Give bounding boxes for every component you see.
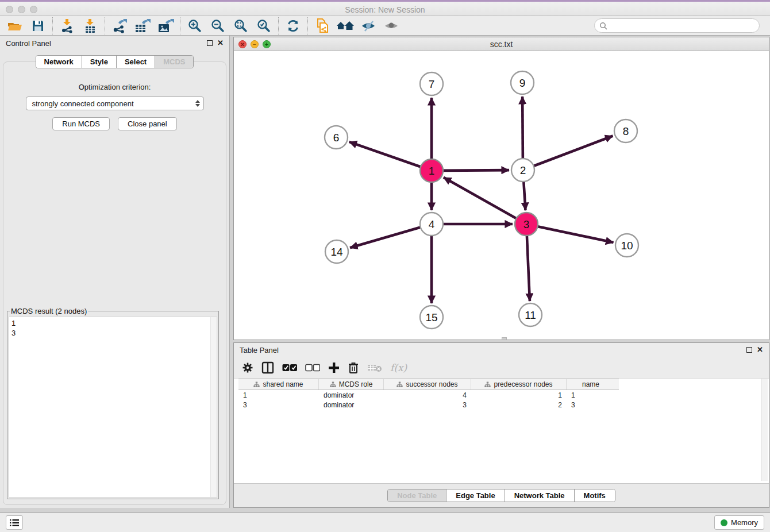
svg-text:8: 8 bbox=[623, 125, 629, 137]
column-header-mcds-role[interactable]: MCDS role bbox=[319, 379, 384, 390]
svg-text:9: 9 bbox=[519, 77, 526, 89]
checked-boxes-icon bbox=[282, 364, 297, 372]
mcds-result-area[interactable]: 1 3 bbox=[9, 317, 217, 498]
network-window-title: scc.txt bbox=[234, 40, 769, 49]
control-panel-tabs: Network Style Select MCDS bbox=[36, 55, 194, 68]
tab-select[interactable]: Select bbox=[117, 56, 155, 68]
zoom-in-button[interactable] bbox=[183, 17, 206, 35]
toolbar-separator bbox=[52, 17, 53, 34]
cell-mcds-role[interactable]: dominator bbox=[319, 401, 384, 409]
svg-text:4: 4 bbox=[429, 218, 435, 230]
search-input[interactable] bbox=[610, 20, 759, 32]
hierarchy-icon bbox=[330, 381, 336, 388]
table-settings-button[interactable] bbox=[242, 360, 253, 376]
tab-motifs[interactable]: Motifs bbox=[575, 489, 615, 502]
cell-shared-name[interactable]: 3 bbox=[238, 401, 319, 409]
close-panel-button[interactable]: Close panel bbox=[118, 117, 177, 130]
table-scrollbar[interactable] bbox=[761, 379, 768, 481]
unselect-all-columns-button[interactable] bbox=[305, 360, 320, 376]
open-session-button[interactable] bbox=[3, 17, 26, 35]
show-column-button[interactable] bbox=[261, 360, 274, 376]
tab-style[interactable]: Style bbox=[82, 56, 117, 68]
main-toolbar bbox=[0, 16, 770, 36]
memory-button[interactable]: Memory bbox=[714, 515, 764, 530]
mcds-app-button[interactable] bbox=[311, 17, 334, 35]
tab-network-table[interactable]: Network Table bbox=[505, 489, 575, 502]
table-body-filler bbox=[234, 410, 769, 483]
export-table-button[interactable] bbox=[131, 17, 154, 35]
eye-slash-icon bbox=[360, 19, 376, 33]
tab-edge-table[interactable]: Edge Table bbox=[446, 489, 505, 502]
toolbar-separator bbox=[105, 17, 105, 34]
splitter-handle[interactable] bbox=[502, 337, 507, 340]
function-builder-button[interactable]: f(x) bbox=[390, 360, 407, 376]
control-panel-title: Control Panel bbox=[6, 39, 51, 48]
delete-table-button[interactable] bbox=[367, 360, 382, 376]
table-toolbar: f(x) bbox=[234, 357, 769, 379]
svg-text:7: 7 bbox=[429, 78, 435, 90]
column-header-successor-nodes[interactable]: successor nodes bbox=[384, 379, 471, 390]
cell-predecessor-nodes[interactable]: 2 bbox=[471, 401, 567, 409]
zoom-selected-button[interactable] bbox=[252, 17, 275, 35]
svg-text:15: 15 bbox=[425, 311, 437, 323]
table-row[interactable]: 1 dominator 4 1 1 bbox=[238, 390, 619, 400]
export-network-button[interactable] bbox=[108, 17, 131, 35]
task-history-button[interactable] bbox=[6, 515, 23, 530]
run-mcds-button[interactable]: Run MCDS bbox=[52, 117, 110, 130]
svg-text:10: 10 bbox=[621, 240, 633, 252]
cell-successor-nodes[interactable]: 3 bbox=[384, 401, 471, 409]
hierarchy-icon bbox=[484, 381, 491, 388]
delete-column-button[interactable] bbox=[348, 360, 359, 376]
cell-name[interactable]: 3 bbox=[567, 401, 615, 409]
result-scrollbar[interactable] bbox=[210, 317, 217, 497]
cell-predecessor-nodes[interactable]: 1 bbox=[471, 391, 567, 399]
svg-text:6: 6 bbox=[333, 132, 340, 144]
columns-icon bbox=[261, 361, 274, 374]
network-window-titlebar[interactable]: ✕ − + scc.txt bbox=[234, 37, 769, 51]
table-panel-header: Table Panel ✕ bbox=[234, 343, 769, 357]
column-header-predecessor-nodes[interactable]: predecessor nodes bbox=[471, 379, 567, 390]
table-row[interactable]: 3 dominator 3 2 3 bbox=[238, 400, 619, 410]
select-all-columns-button[interactable] bbox=[282, 360, 297, 376]
import-network-button[interactable] bbox=[56, 17, 79, 35]
app-titlebar: Session: New Session bbox=[0, 0, 770, 16]
tab-node-table[interactable]: Node Table bbox=[388, 489, 446, 502]
show-panels-button[interactable] bbox=[380, 17, 403, 35]
cell-successor-nodes[interactable]: 4 bbox=[384, 391, 471, 399]
float-table-panel-icon[interactable] bbox=[746, 347, 752, 353]
cell-shared-name[interactable]: 1 bbox=[238, 391, 319, 399]
network-graph[interactable]: 7968124314101511 bbox=[234, 51, 769, 340]
unchecked-boxes-icon bbox=[305, 364, 320, 372]
hierarchy-icon bbox=[253, 381, 260, 388]
import-table-button[interactable] bbox=[79, 17, 102, 35]
import-network-icon bbox=[60, 18, 75, 33]
column-header-name[interactable]: name bbox=[567, 379, 615, 390]
create-column-button[interactable] bbox=[328, 360, 340, 376]
export-image-button[interactable] bbox=[154, 17, 177, 35]
tab-mcds[interactable]: MCDS bbox=[155, 56, 193, 68]
cell-mcds-role[interactable]: dominator bbox=[319, 391, 384, 399]
zoom-fit-button[interactable] bbox=[229, 17, 252, 35]
zoom-selected-icon bbox=[256, 18, 271, 33]
column-header-shared-name[interactable]: shared name bbox=[238, 379, 319, 390]
gear-icon bbox=[242, 362, 253, 373]
svg-text:3: 3 bbox=[523, 218, 530, 230]
plus-icon bbox=[328, 362, 340, 373]
float-panel-icon[interactable] bbox=[207, 40, 213, 46]
home-button[interactable] bbox=[334, 17, 357, 35]
zoom-out-icon bbox=[210, 18, 225, 33]
close-panel-icon[interactable]: ✕ bbox=[217, 40, 224, 46]
network-canvas[interactable]: 7968124314101511 bbox=[234, 51, 769, 340]
tab-network[interactable]: Network bbox=[36, 56, 82, 68]
hide-panels-button[interactable] bbox=[357, 17, 380, 35]
home-icon bbox=[336, 19, 355, 33]
close-table-panel-icon[interactable]: ✕ bbox=[757, 347, 763, 353]
list-icon bbox=[9, 519, 20, 527]
export-network-icon bbox=[111, 18, 128, 33]
save-session-button[interactable] bbox=[26, 17, 49, 35]
cell-name[interactable]: 1 bbox=[567, 391, 615, 399]
search-field[interactable] bbox=[594, 18, 760, 33]
criterion-select[interactable]: strongly connected component bbox=[26, 97, 204, 110]
refresh-view-button[interactable] bbox=[282, 17, 305, 35]
zoom-out-button[interactable] bbox=[206, 17, 229, 35]
